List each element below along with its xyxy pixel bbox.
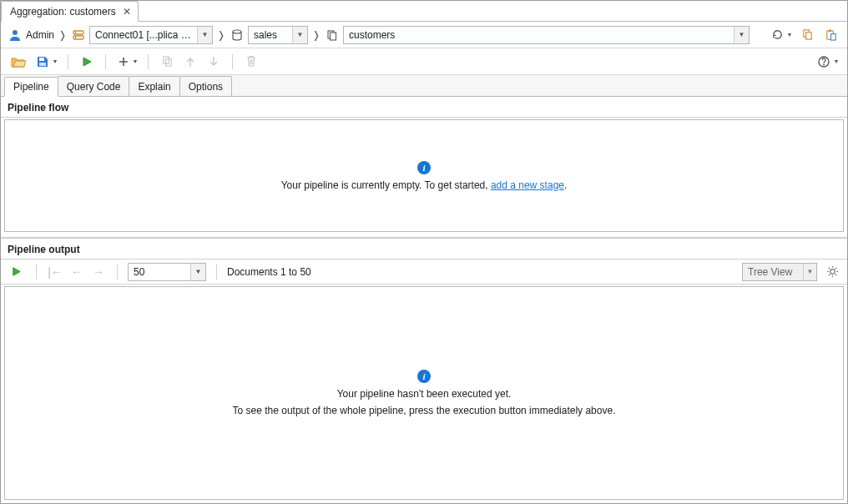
chevron-down-icon[interactable]: ▼ bbox=[785, 32, 794, 38]
paste-button[interactable] bbox=[820, 25, 840, 45]
svg-rect-12 bbox=[830, 34, 835, 41]
info-icon: i bbox=[417, 161, 431, 174]
tab-pipeline[interactable]: Pipeline bbox=[4, 77, 58, 97]
page-size-value: 50 bbox=[129, 266, 190, 278]
close-icon[interactable]: ✕ bbox=[123, 7, 131, 17]
database-value: sales bbox=[249, 29, 292, 41]
svg-point-18 bbox=[823, 63, 825, 65]
output-toolbar: |← ← → 50 ▼ Documents 1 to 50 Tree View … bbox=[1, 260, 847, 285]
output-settings-button[interactable] bbox=[822, 262, 842, 282]
separator bbox=[105, 54, 106, 69]
tab-explain[interactable]: Explain bbox=[129, 76, 179, 96]
separator bbox=[216, 265, 217, 280]
svg-rect-11 bbox=[829, 29, 831, 32]
message-text: Your pipeline is currently empty. To get… bbox=[281, 179, 491, 191]
output-message-2: To see the output of the whole pipeline,… bbox=[233, 405, 616, 416]
svg-point-3 bbox=[75, 32, 77, 33]
svg-point-0 bbox=[13, 30, 18, 35]
svg-rect-9 bbox=[805, 33, 811, 39]
svg-point-4 bbox=[75, 37, 77, 38]
copy-button[interactable] bbox=[797, 25, 817, 45]
separator bbox=[117, 265, 118, 280]
info-icon: i bbox=[417, 370, 431, 383]
move-up-button[interactable] bbox=[180, 52, 200, 72]
section-tabs: Pipeline Query Code Explain Options bbox=[1, 75, 847, 97]
chevron-down-icon[interactable]: ▼ bbox=[292, 27, 307, 43]
toolbar: ▼ ▼ ▼ bbox=[1, 48, 847, 75]
refresh-button[interactable]: ▼ bbox=[768, 25, 794, 45]
delete-button[interactable] bbox=[241, 52, 261, 72]
connection-selector[interactable]: Connect01 [...plica set] ▼ bbox=[89, 26, 213, 44]
prev-page-button[interactable]: ← bbox=[68, 263, 85, 281]
file-tab-strip: Aggregation: customers ✕ bbox=[1, 1, 847, 22]
user-icon bbox=[8, 28, 23, 43]
save-button[interactable]: ▼ bbox=[33, 52, 59, 72]
svg-rect-14 bbox=[39, 63, 46, 66]
tab-label: Pipeline bbox=[13, 81, 49, 93]
separator bbox=[36, 265, 37, 280]
database-selector[interactable]: sales ▼ bbox=[248, 26, 308, 44]
chevron-right-icon: ❭ bbox=[58, 29, 68, 41]
tab-label: Explain bbox=[138, 81, 170, 93]
server-icon bbox=[71, 28, 86, 43]
add-stage-link[interactable]: add a new stage bbox=[491, 179, 564, 191]
help-button[interactable]: ▼ bbox=[814, 52, 840, 72]
execute-button[interactable] bbox=[6, 262, 26, 282]
file-tab-label: Aggregation: customers bbox=[10, 6, 116, 18]
first-page-button[interactable]: |← bbox=[47, 263, 63, 281]
view-mode-value: Tree View bbox=[743, 266, 803, 278]
message-text: . bbox=[564, 179, 567, 191]
chevron-down-icon[interactable]: ▼ bbox=[803, 264, 816, 280]
tab-label: Query Code bbox=[67, 81, 121, 93]
pipeline-flow-message: Your pipeline is currently empty. To get… bbox=[281, 179, 568, 191]
chevron-down-icon[interactable]: ▼ bbox=[51, 58, 59, 64]
collection-value: customers bbox=[344, 29, 734, 41]
pipeline-output-wrap: Pipeline output |← ← → 50 ▼ Documents 1 … bbox=[1, 237, 847, 503]
pipeline-flow-panel: i Your pipeline is currently empty. To g… bbox=[4, 119, 844, 232]
duplicate-button[interactable] bbox=[157, 52, 177, 72]
document-range-label: Documents 1 to 50 bbox=[227, 266, 311, 278]
page-size-selector[interactable]: 50 ▼ bbox=[128, 263, 206, 281]
chevron-down-icon[interactable]: ▼ bbox=[832, 58, 840, 64]
tab-label: Options bbox=[189, 81, 223, 93]
add-stage-button[interactable]: ▼ bbox=[114, 52, 139, 72]
connection-value: Connect01 [...plica set] bbox=[90, 29, 197, 41]
separator bbox=[232, 54, 233, 69]
collection-icon bbox=[325, 28, 340, 43]
chevron-down-icon[interactable]: ▼ bbox=[131, 58, 139, 64]
tab-options[interactable]: Options bbox=[179, 76, 232, 96]
svg-rect-13 bbox=[39, 58, 44, 61]
chevron-down-icon[interactable]: ▼ bbox=[190, 264, 205, 280]
open-button[interactable] bbox=[8, 52, 29, 72]
file-tab-aggregation[interactable]: Aggregation: customers ✕ bbox=[1, 1, 139, 22]
app-window: Aggregation: customers ✕ Admin ❭ Connect… bbox=[0, 0, 848, 504]
output-body: i Your pipeline hasn't been executed yet… bbox=[4, 286, 844, 500]
svg-point-19 bbox=[830, 270, 835, 275]
chevron-down-icon[interactable]: ▼ bbox=[734, 27, 749, 43]
tab-querycode[interactable]: Query Code bbox=[58, 76, 130, 96]
collection-selector[interactable]: customers ▼ bbox=[343, 26, 750, 44]
next-page-button[interactable]: → bbox=[90, 263, 107, 281]
run-button[interactable] bbox=[77, 52, 97, 72]
move-down-button[interactable] bbox=[204, 52, 224, 72]
view-mode-selector[interactable]: Tree View ▼ bbox=[742, 263, 817, 281]
user-label: Admin bbox=[26, 29, 54, 41]
connection-bar: Admin ❭ Connect01 [...plica set] ▼ ❭ sal… bbox=[1, 22, 847, 48]
pipeline-output-title: Pipeline output bbox=[1, 238, 847, 260]
separator bbox=[68, 54, 68, 69]
chevron-right-icon: ❭ bbox=[311, 29, 321, 41]
pipeline-flow-title: Pipeline flow bbox=[1, 97, 847, 118]
svg-rect-7 bbox=[331, 33, 336, 40]
chevron-right-icon: ❭ bbox=[216, 29, 226, 41]
svg-point-5 bbox=[233, 30, 241, 33]
database-icon bbox=[230, 28, 245, 43]
separator bbox=[148, 54, 149, 69]
chevron-down-icon[interactable]: ▼ bbox=[197, 27, 212, 43]
output-message-1: Your pipeline hasn't been executed yet. bbox=[337, 388, 512, 400]
